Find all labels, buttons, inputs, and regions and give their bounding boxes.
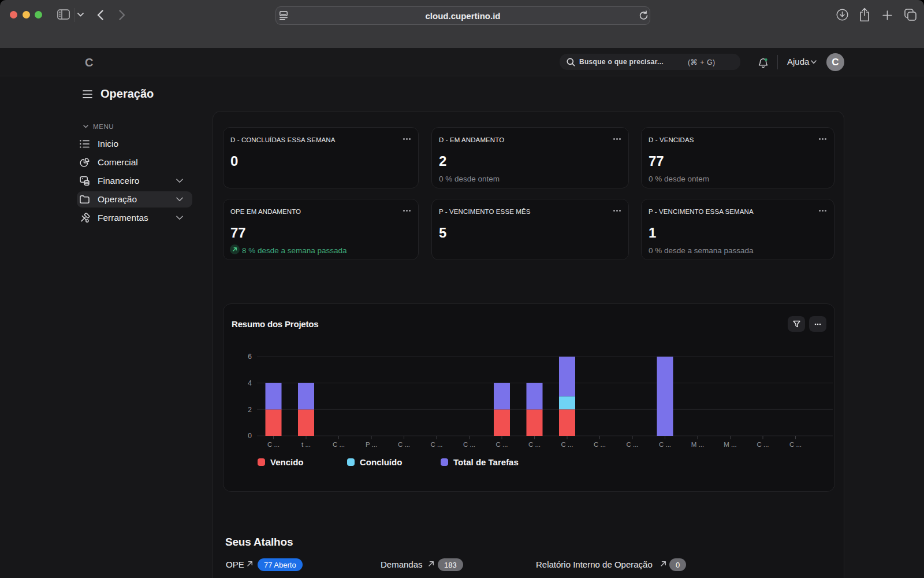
svg-text:C ...: C ... xyxy=(333,441,345,448)
svg-text:C ...: C ... xyxy=(398,441,410,448)
svg-text:M ...: M ... xyxy=(691,441,704,448)
svg-text:C ...: C ... xyxy=(626,441,638,448)
svg-text:C ...: C ... xyxy=(757,441,769,448)
svg-text:6: 6 xyxy=(248,353,252,361)
svg-text:4: 4 xyxy=(248,379,252,387)
svg-text:C ...: C ... xyxy=(463,441,475,448)
svg-text:C ...: C ... xyxy=(594,441,606,448)
svg-text:M ...: M ... xyxy=(724,441,736,448)
svg-text:C ...: C ... xyxy=(528,441,541,448)
svg-text:C ...: C ... xyxy=(267,441,280,448)
svg-text:P ...: P ... xyxy=(366,441,377,448)
svg-text:t ...: t ... xyxy=(301,441,311,448)
svg-text:C ...: C ... xyxy=(789,441,802,448)
svg-text:C ...: C ... xyxy=(430,441,442,448)
svg-text:C ...: C ... xyxy=(561,441,573,448)
svg-text:C ...: C ... xyxy=(495,441,508,448)
svg-text:2: 2 xyxy=(248,406,252,414)
svg-text:0: 0 xyxy=(248,432,252,440)
svg-text:C ...: C ... xyxy=(659,441,671,448)
